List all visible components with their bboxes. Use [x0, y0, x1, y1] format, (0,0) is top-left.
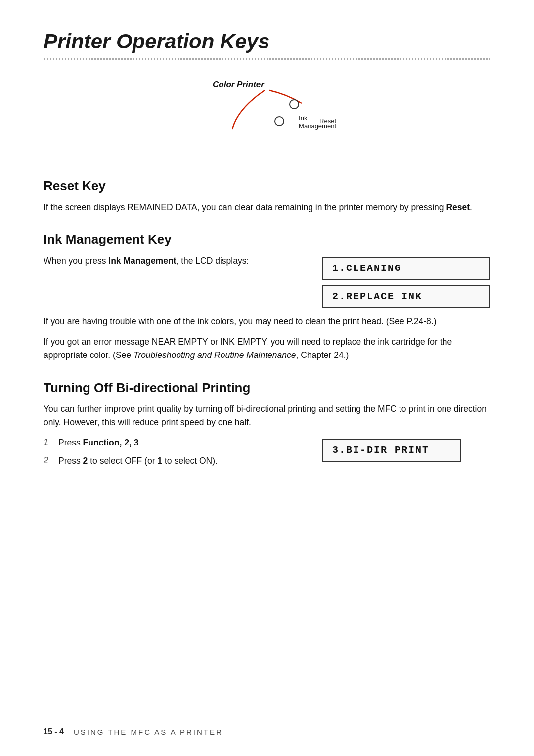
step-2-text: Press 2 to select OFF (or 1 to select ON…	[58, 454, 218, 468]
bi-directional-section: Turning Off Bi-directional Printing You …	[44, 380, 490, 473]
color-printer-label: Color Printer	[213, 80, 264, 89]
lcd-display-3: 3.BI-DIR PRINT	[322, 439, 461, 462]
ink-management-para1: When you press Ink Management, the LCD d…	[44, 254, 308, 267]
ink-management-button-label: InkManagement	[299, 114, 336, 130]
title-divider	[44, 58, 490, 60]
footer-chapter-title: USING THE MFC AS A PRINTER	[74, 728, 223, 736]
ink-management-para2: If you are having trouble with one of th…	[44, 315, 490, 328]
ink-management-text: When you press Ink Management, the LCD d…	[44, 254, 308, 308]
bi-directional-steps: 1 Press Function, 2, 3. 2 Press 2 to sel…	[44, 436, 490, 473]
svg-point-0	[290, 100, 299, 109]
ink-management-para3: If you got an error message NEAR EMPTY o…	[44, 335, 490, 362]
ink-management-content: When you press Ink Management, the LCD d…	[44, 254, 490, 308]
bi-directional-lcd: 3.BI-DIR PRINT	[322, 436, 490, 473]
page-title: Printer Operation Keys	[44, 30, 490, 53]
ink-management-lcd: 1.CLEANING 2.REPLACE INK	[322, 257, 490, 308]
printer-diagram: Color Printer Reset InkManagement	[44, 80, 490, 159]
lcd-display-1: 1.CLEANING	[322, 257, 490, 280]
reset-key-heading: Reset Key	[44, 178, 490, 194]
ink-management-heading: Ink Management Key	[44, 232, 490, 247]
step-1-text: Press Function, 2, 3.	[58, 436, 141, 449]
step-1: 1 Press Function, 2, 3.	[44, 436, 308, 449]
footer-page-number: 15 - 4	[44, 727, 64, 736]
step-1-number: 1	[44, 437, 53, 447]
footer: 15 - 4 USING THE MFC AS A PRINTER	[44, 727, 490, 736]
step-2: 2 Press 2 to select OFF (or 1 to select …	[44, 454, 308, 468]
reset-key-section: Reset Key If the screen displays REMAINE…	[44, 178, 490, 214]
lcd-display-2: 2.REPLACE INK	[322, 285, 490, 308]
ink-management-section: Ink Management Key When you press Ink Ma…	[44, 232, 490, 362]
steps-list: 1 Press Function, 2, 3. 2 Press 2 to sel…	[44, 436, 308, 473]
bi-directional-intro: You can further improve print quality by…	[44, 402, 490, 429]
svg-point-1	[275, 117, 284, 126]
bi-directional-heading: Turning Off Bi-directional Printing	[44, 380, 490, 396]
reset-key-body: If the screen displays REMAINED DATA, yo…	[44, 201, 490, 214]
step-2-number: 2	[44, 455, 53, 466]
